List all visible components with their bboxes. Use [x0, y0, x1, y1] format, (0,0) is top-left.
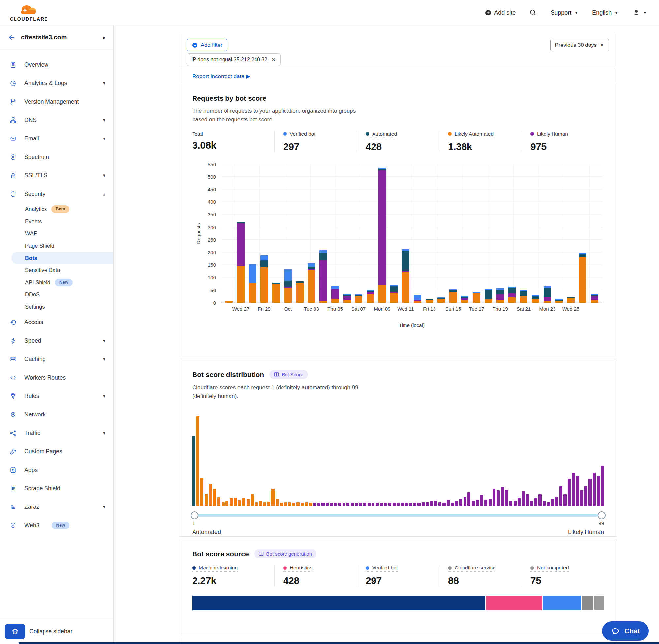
histogram-bar	[538, 494, 541, 506]
report-incorrect-data-link[interactable]: Report incorrect data ▶	[192, 73, 251, 80]
add-filter-button[interactable]: Add filter	[187, 39, 228, 51]
settings-button[interactable]: ⚙	[5, 624, 25, 639]
histogram-bar	[430, 501, 433, 506]
sidebar-subitem-bots[interactable]: Bots	[11, 252, 113, 264]
stat-label[interactable]: Verified bot	[366, 565, 398, 572]
layers-icon	[9, 503, 17, 510]
sidebar-item-version-management[interactable]: Version Management	[0, 92, 113, 111]
sidebar-item-traffic[interactable]: Traffic▼	[0, 424, 113, 442]
site-selector[interactable]: cftestsite3.com ▸	[0, 25, 113, 49]
histogram-bar	[280, 503, 283, 506]
sidebar-subitem-waf[interactable]: WAF	[0, 228, 113, 240]
cloudflare-logo[interactable]: CLOUDFLARE	[10, 4, 48, 21]
sidebar-subitem-label: WAF	[25, 230, 37, 237]
sidebar-item-label: Security	[24, 190, 45, 198]
chat-button[interactable]: Chat	[602, 621, 649, 641]
sidebar-subitem-page-shield[interactable]: Page Shield	[0, 240, 113, 252]
panel-title: Bot score distribution	[192, 371, 264, 378]
sidebar-subitem-settings[interactable]: Settings	[0, 301, 113, 313]
sidebar-item-scrape-shield[interactable]: Scrape Shield	[0, 479, 113, 498]
site-expand-icon[interactable]: ▸	[103, 34, 105, 41]
sidebar-item-dns[interactable]: DNS▼	[0, 111, 113, 129]
slider-max-value: 99	[598, 520, 604, 526]
search-icon[interactable]	[529, 9, 537, 16]
support-menu[interactable]: Support ▼	[550, 9, 578, 16]
bot-score-generation-badge[interactable]: Bot score generation	[254, 549, 316, 558]
sidebar-item-security[interactable]: Security▲	[0, 185, 113, 203]
bot-score-badge[interactable]: Bot Score	[269, 370, 308, 379]
y-tick-label: 300	[208, 224, 216, 230]
sidebar-item-custom-pages[interactable]: Custom Pages	[0, 442, 113, 461]
stat-label[interactable]: Likely Automated	[448, 131, 494, 138]
legend-dot-icon	[192, 566, 196, 570]
slider-track[interactable]	[192, 514, 604, 517]
histogram-bar	[384, 503, 387, 506]
clipboard-icon	[9, 61, 17, 68]
sidebar-item-web3[interactable]: Web3New	[0, 516, 113, 534]
sidebar-item-speed[interactable]: Speed▼	[0, 331, 113, 350]
filter-chip[interactable]: IP does not equal 35.212.240.32 ✕	[187, 53, 281, 66]
stat-label[interactable]: Automated	[366, 131, 397, 138]
stat-label[interactable]: Cloudflare service	[448, 565, 495, 572]
histogram-bar	[572, 473, 575, 506]
slider-handle-min[interactable]	[191, 511, 198, 519]
stat-value: 297	[283, 141, 357, 152]
sidebar-subitem-analytics[interactable]: AnalyticsBeta	[0, 203, 113, 215]
collapse-sidebar-label[interactable]: Collapse sidebar	[29, 628, 72, 635]
stat-label[interactable]: Machine learning	[192, 565, 238, 572]
stacked-bar	[225, 301, 233, 303]
x-axis-labels: Wed 27Fri 29OctTue 03Thu 05Sat 07Mon 09W…	[221, 306, 602, 314]
sidebar-item-zaraz[interactable]: Zaraz▼	[0, 498, 113, 516]
sidebar-subitem-ddos[interactable]: DDoS	[0, 289, 113, 301]
account-menu[interactable]: ▼	[632, 8, 647, 17]
sidebar-subitem-label: Bots	[25, 255, 37, 261]
slider-min-label: Automated	[192, 529, 221, 535]
sidebar-item-rules[interactable]: Rules▼	[0, 387, 113, 405]
add-site-button[interactable]: Add site	[485, 9, 516, 16]
sidebar-item-overview[interactable]: Overview	[0, 55, 113, 74]
stat-label[interactable]: Not computed	[531, 565, 569, 572]
sidebar-item-workers-routes[interactable]: Workers Routes	[0, 368, 113, 387]
back-arrow-icon[interactable]	[8, 33, 15, 41]
panel-description: Cloudflare scores each request 1 (defini…	[192, 384, 372, 401]
sidebar-item-caching[interactable]: Caching▼	[0, 350, 113, 368]
histogram-bar	[555, 497, 558, 506]
sidebar-subitem-sensitive-data[interactable]: Sensitive Data	[0, 264, 113, 276]
sidebar-item-email[interactable]: Email▼	[0, 129, 113, 148]
pie-chart-icon	[9, 79, 17, 87]
branch-icon	[9, 98, 17, 105]
source-bar-segment-machine-learning	[192, 596, 485, 611]
remove-filter-icon[interactable]: ✕	[271, 56, 276, 63]
legend-dot-icon	[448, 566, 452, 570]
sidebar-item-label: Rules	[24, 393, 39, 400]
histogram-bar	[397, 503, 400, 506]
plus-circle-icon	[192, 42, 198, 48]
bottom-edge-strip	[19, 642, 659, 644]
histogram-bar	[551, 499, 554, 506]
y-axis: Requests 0501001502002503003504004505005…	[192, 164, 221, 303]
histogram-bar	[522, 491, 525, 506]
histogram-bar	[234, 498, 237, 506]
sidebar-item-label: Apps	[24, 466, 38, 474]
sidebar-item-label: Custom Pages	[24, 448, 62, 455]
requests-stats-row: Total3.08kVerified bot297Automated428Lik…	[192, 131, 604, 152]
brand-name: CLOUDFLARE	[10, 17, 48, 21]
sidebar-subitem-api-shield[interactable]: API ShieldNew	[0, 276, 113, 289]
histogram-bar	[326, 503, 329, 506]
stat-label[interactable]: Likely Human	[531, 131, 568, 138]
sidebar-item-ssl-tls[interactable]: SSL/TLS▼	[0, 166, 113, 185]
sidebar-item-access[interactable]: Access	[0, 313, 113, 331]
sidebar-item-network[interactable]: Network	[0, 405, 113, 424]
stacked-bar	[508, 286, 516, 303]
histogram-bar	[242, 498, 245, 506]
sidebar-item-apps[interactable]: Apps	[0, 461, 113, 479]
sidebar-item-analytics-logs[interactable]: Analytics & Logs▼	[0, 74, 113, 92]
stat-label[interactable]: Verified bot	[283, 131, 315, 138]
sidebar-item-spectrum[interactable]: Spectrum	[0, 148, 113, 166]
slider-handle-max[interactable]	[598, 511, 606, 519]
language-menu[interactable]: English ▼	[592, 9, 618, 16]
time-range-select[interactable]: Previous 30 days ▼	[550, 39, 609, 51]
sidebar-subitem-events[interactable]: Events	[0, 215, 113, 228]
stat-label[interactable]: Heuristics	[283, 565, 312, 572]
sidebar-footer: ⚙ Collapse sidebar	[0, 619, 113, 644]
